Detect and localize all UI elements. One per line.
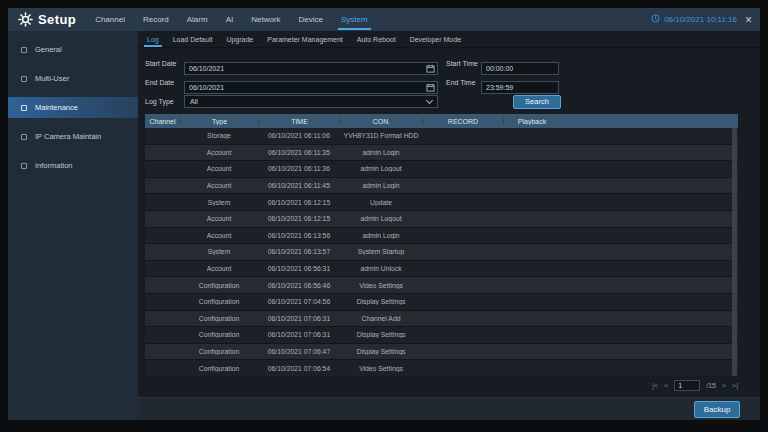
table-row[interactable]: Configuration06/10/2021 07:06:54Video Se…	[145, 360, 738, 376]
maintenance-icon	[21, 105, 27, 111]
table-row[interactable]: Account06/10/2021 06:11:45admin Login	[145, 178, 738, 195]
table-row[interactable]: System06/10/2021 06:12:15Update	[145, 194, 738, 211]
table-row[interactable]: Account06/10/2021 06:11:35admin Login	[145, 145, 738, 162]
top-nav-alarm[interactable]: Alarm	[178, 8, 217, 31]
tab-developer-mode[interactable]: Developer Mode	[403, 31, 468, 47]
top-nav: ChannelRecordAlarmAINetworkDeviceSystem	[86, 8, 377, 31]
sidebar-item-ip-camera-maintain[interactable]: IP Camera Maintain	[8, 126, 138, 147]
top-nav-channel[interactable]: Channel	[86, 8, 134, 31]
cell-type: Account	[180, 182, 258, 189]
cell-time: 06/10/2021 07:06:54	[258, 365, 340, 372]
tab-auto-reboot[interactable]: Auto Reboot	[350, 31, 403, 47]
calendar-icon[interactable]	[426, 78, 435, 87]
calendar-icon[interactable]	[426, 59, 435, 68]
top-nav-record[interactable]: Record	[134, 8, 178, 31]
cell-type: Account	[180, 265, 258, 272]
start-date-field	[184, 57, 438, 70]
log-table-header: ChannelTypeTIMECON.RECORDPlayback	[145, 114, 738, 128]
filter-row-type: Log Type All Search	[145, 95, 760, 108]
cell-type: Account	[180, 215, 258, 222]
datetime-text: 06/10/2021 10:11:16	[664, 15, 737, 24]
first-page-button[interactable]: |<	[652, 381, 658, 391]
cell-time: 06/10/2021 06:11:06	[258, 132, 340, 139]
header-datetime: 06/10/2021 10:11:16	[651, 14, 737, 25]
tab-parameter-management[interactable]: Parameter Management	[260, 31, 349, 47]
cell-type: Configuration	[180, 348, 258, 355]
chevron-down-icon	[426, 96, 433, 103]
end-date-input[interactable]	[184, 81, 438, 94]
top-nav-system[interactable]: System	[332, 8, 377, 31]
cell-time: 06/10/2021 07:04:56	[258, 298, 340, 305]
table-row[interactable]: Configuration06/10/2021 07:06:31Display …	[145, 327, 738, 344]
tab-load-default[interactable]: Load Default	[166, 31, 220, 47]
page-number-input[interactable]	[674, 380, 700, 391]
cell-time: 06/10/2021 07:06:31	[258, 331, 340, 338]
tab-upgrade[interactable]: Upgrade	[219, 31, 260, 47]
column-header-con-: CON.	[340, 118, 422, 125]
table-row[interactable]: Configuration06/10/2021 07:06:47Display …	[145, 344, 738, 361]
cell-time: 06/10/2021 06:13:56	[258, 232, 340, 239]
close-icon[interactable]: ×	[745, 14, 752, 26]
column-header-time: TIME	[258, 118, 340, 125]
tab-log[interactable]: Log	[140, 31, 166, 47]
start-time-field	[481, 57, 559, 70]
log-type-value: All	[190, 98, 198, 105]
table-row[interactable]: Configuration06/10/2021 07:04:56Display …	[145, 294, 738, 311]
main-content: LogLoad DefaultUpgradeParameter Manageme…	[138, 31, 760, 420]
top-nav-ai[interactable]: AI	[217, 8, 243, 31]
table-row[interactable]: Account06/10/2021 06:12:15admin Logout	[145, 211, 738, 228]
column-header-record: RECORD	[422, 118, 503, 125]
start-date-input[interactable]	[184, 62, 438, 75]
cell-con: admin Login	[340, 149, 422, 156]
information-icon	[21, 163, 27, 169]
sidebar-item-multi-user[interactable]: Multi-User	[8, 68, 138, 89]
setup-window: Setup ChannelRecordAlarmAINetworkDeviceS…	[8, 8, 760, 420]
table-scrollbar[interactable]	[732, 128, 737, 376]
cell-time: 06/10/2021 06:11:45	[258, 182, 340, 189]
log-filters: Start Date Start Time	[138, 57, 760, 108]
cell-con: admin Login	[340, 232, 422, 239]
column-header-playback: Playback	[503, 118, 560, 125]
table-row[interactable]: System06/10/2021 06:13:57System Startup	[145, 244, 738, 261]
start-time-input[interactable]	[481, 62, 559, 75]
sidebar-item-general[interactable]: General	[8, 39, 138, 60]
cell-con: YVH8Y31D Format HDD	[340, 132, 422, 139]
end-time-input[interactable]	[481, 81, 559, 94]
sidebar-item-information[interactable]: Information	[8, 155, 138, 176]
cell-type: Configuration	[180, 315, 258, 322]
tab-bar: LogLoad DefaultUpgradeParameter Manageme…	[138, 31, 760, 48]
column-header-channel: Channel	[145, 118, 180, 125]
table-row[interactable]: Account06/10/2021 06:56:31admin Unlock	[145, 261, 738, 278]
table-row[interactable]: Configuration06/10/2021 07:06:31Channel …	[145, 311, 738, 328]
filter-row-start: Start Date Start Time	[145, 57, 760, 70]
next-page-button[interactable]: >	[722, 381, 726, 391]
cell-time: 06/10/2021 06:13:57	[258, 248, 340, 255]
cell-con: Video Settings	[340, 365, 422, 372]
pagination: |< < /15 > >|	[138, 379, 738, 392]
end-date-label: End Date	[145, 79, 184, 86]
cell-time: 06/10/2021 06:12:15	[258, 215, 340, 222]
top-nav-network[interactable]: Network	[242, 8, 289, 31]
table-row[interactable]: Storage06/10/2021 06:11:06YVH8Y31D Forma…	[145, 128, 738, 145]
cell-type: Configuration	[180, 298, 258, 305]
search-button[interactable]: Search	[513, 95, 561, 109]
cell-time: 06/10/2021 06:56:31	[258, 265, 340, 272]
sidebar-item-label: IP Camera Maintain	[35, 132, 101, 141]
log-table-body: Storage06/10/2021 06:11:06YVH8Y31D Forma…	[145, 128, 738, 376]
last-page-button[interactable]: >|	[732, 381, 738, 391]
sidebar-item-maintenance[interactable]: Maintenance	[8, 97, 138, 118]
table-row[interactable]: Account06/10/2021 06:11:36admin Logout	[145, 161, 738, 178]
table-row[interactable]: Account06/10/2021 06:13:56admin Login	[145, 228, 738, 245]
cell-con: admin Logout	[340, 165, 422, 172]
general-icon	[21, 47, 27, 53]
ip-camera-maintain-icon	[21, 134, 27, 140]
log-type-select[interactable]: All	[184, 95, 438, 108]
sidebar-item-label: General	[35, 45, 62, 54]
log-type-label: Log Type	[145, 98, 184, 105]
prev-page-button[interactable]: <	[664, 381, 668, 391]
table-row[interactable]: Configuration06/10/2021 06:56:46Video Se…	[145, 277, 738, 294]
top-nav-device[interactable]: Device	[290, 8, 332, 31]
cell-type: Configuration	[180, 365, 258, 372]
cell-time: 06/10/2021 06:11:36	[258, 165, 340, 172]
backup-button[interactable]: Backup	[694, 401, 740, 418]
